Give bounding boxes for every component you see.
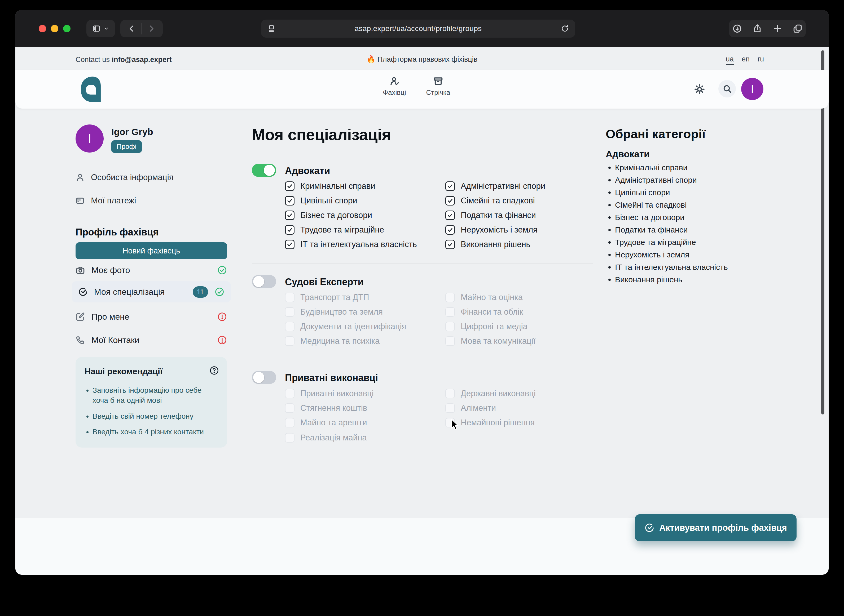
checkbox-checked[interactable] (446, 240, 455, 249)
checkbox-checked[interactable] (446, 211, 455, 220)
checkbox-unchecked[interactable] (285, 307, 294, 317)
toggle-advocates[interactable] (252, 164, 276, 177)
theme-toggle-sun-icon[interactable] (694, 84, 705, 95)
checkbox-row[interactable]: Медицина та психіка (285, 336, 379, 346)
checkbox-row[interactable]: Реалізація майна (285, 433, 367, 443)
checkbox-unchecked[interactable] (285, 433, 294, 443)
checkbox-row[interactable]: Майно та арешти (285, 418, 367, 427)
selected-category: Трудове та міграційне (615, 238, 728, 247)
checkbox-row[interactable]: Майно та оцінка (446, 293, 523, 302)
checkbox-row[interactable]: Будівництво та земля (285, 307, 383, 317)
checkbox-unchecked[interactable] (446, 403, 455, 413)
checkbox-unchecked[interactable] (446, 336, 455, 346)
checkbox-row[interactable]: Цифрові та медіа (446, 322, 528, 331)
checkbox-row[interactable]: Аліменти (446, 403, 496, 413)
profile-item-about[interactable]: Про мене (75, 309, 227, 324)
checkbox-row[interactable]: Цивільні спори (285, 196, 357, 205)
lang-ru[interactable]: ru (757, 55, 764, 65)
user-avatar[interactable]: I (741, 78, 763, 100)
pro-badge: Профі (111, 140, 142, 153)
toggle-private-executors[interactable] (252, 371, 276, 384)
checkbox-label: Немайнові рішення (461, 418, 535, 427)
checkbox-checked[interactable] (285, 225, 294, 235)
search-button[interactable] (718, 80, 736, 97)
checkbox-unchecked[interactable] (285, 418, 294, 427)
phone-icon (75, 335, 85, 345)
tab-overview-icon[interactable] (793, 24, 802, 33)
sidebar-avatar[interactable]: I (75, 125, 104, 153)
activate-profile-button[interactable]: Активувати профіль фахівця (635, 514, 797, 541)
profile-item-contacts[interactable]: Мої Контаки (75, 333, 227, 348)
nav-feed[interactable]: Стрічка (418, 76, 458, 97)
checkbox-row[interactable]: Фінанси та облік (446, 307, 523, 317)
checkbox-unchecked[interactable] (285, 389, 294, 398)
checkbox-row[interactable]: Нерухомість і земля (446, 225, 538, 235)
selected-category: ІТ та інтелектуальна власність (615, 263, 728, 272)
checkbox-unchecked[interactable] (285, 293, 294, 302)
sidebar-item-payments[interactable]: Мої платежі (75, 196, 227, 205)
checkbox-row[interactable]: Державні виконавці (446, 389, 536, 398)
sidebar-item-personal-info[interactable]: Особиста інформація (75, 173, 227, 182)
checkbox-unchecked[interactable] (285, 403, 294, 413)
recommendations-card: Наші рекомендації Заповніть інформацію п… (75, 357, 227, 447)
lang-ua[interactable]: ua (726, 55, 734, 65)
checkbox-unchecked[interactable] (446, 293, 455, 302)
checkbox-row[interactable]: Бізнес та договори (285, 211, 372, 220)
checkbox-label: Транспорт та ДТП (300, 293, 369, 302)
downloads-icon[interactable] (732, 24, 742, 33)
profile-item-label: Моє фото (91, 265, 211, 275)
checkbox-row[interactable]: Виконання рішень (446, 240, 531, 249)
checkbox-unchecked[interactable] (285, 336, 294, 346)
address-bar[interactable]: asap.expert/ua/account/profile/groups (261, 20, 575, 38)
new-tab-icon[interactable] (773, 24, 782, 33)
checkbox-row[interactable]: Приватні виконавці (285, 389, 374, 398)
minimize-window-button[interactable] (51, 25, 58, 32)
checkbox-checked[interactable] (285, 211, 294, 220)
share-icon[interactable] (753, 24, 762, 33)
profile-item-photo[interactable]: Моє фото (75, 263, 227, 277)
checkbox-row[interactable]: Адміністративні спори (446, 182, 545, 191)
toggle-knob (253, 372, 264, 383)
checkbox-checked[interactable] (446, 182, 455, 191)
sidebar-toggle-button[interactable] (87, 20, 115, 37)
help-icon[interactable] (209, 365, 219, 375)
checkbox-row[interactable]: ІТ та інтелектуальна власність (285, 240, 417, 249)
profile-item-specialization[interactable]: Моя спеціалізація 11 (72, 281, 231, 302)
toggle-knob (253, 276, 264, 287)
checkbox-row[interactable]: Документи та ідентифікація (285, 322, 406, 331)
checkbox-checked[interactable] (285, 240, 294, 249)
forward-button[interactable] (147, 24, 156, 33)
asap-logo[interactable] (80, 76, 101, 103)
checkbox-row[interactable]: Кримінальні справи (285, 182, 375, 191)
toggle-court-experts[interactable] (252, 275, 276, 288)
lang-en[interactable]: en (742, 55, 750, 65)
reload-icon[interactable] (561, 25, 569, 32)
checkbox-unchecked[interactable] (446, 322, 455, 331)
checkbox-unchecked[interactable] (446, 307, 455, 317)
check-circle-icon (78, 287, 88, 296)
nav-specialists[interactable]: Фахівці (375, 76, 414, 97)
contact-email[interactable]: info@asap.expert (112, 56, 172, 63)
checkbox-row[interactable]: Транспорт та ДТП (285, 293, 369, 302)
url-text[interactable]: asap.expert/ua/account/profile/groups (275, 24, 561, 33)
close-window-button[interactable] (39, 25, 46, 32)
checkbox-label: Приватні виконавці (300, 389, 374, 398)
checkbox-unchecked[interactable] (285, 322, 294, 331)
checkbox-row[interactable]: Податки та фінанси (446, 211, 536, 220)
checkbox-checked[interactable] (446, 196, 455, 205)
zoom-window-button[interactable] (63, 25, 71, 32)
reader-page-icon[interactable] (268, 25, 275, 32)
feed-box-icon (433, 76, 443, 87)
checkbox-checked[interactable] (446, 225, 455, 235)
checkbox-checked[interactable] (285, 196, 294, 205)
checkbox-row[interactable]: Трудове та міграційне (285, 225, 384, 235)
recommendations-title: Наші рекомендації (85, 367, 218, 376)
checkbox-row[interactable]: Стягнення коштів (285, 403, 367, 413)
checkbox-row[interactable]: Сімейні та спадкові (446, 196, 535, 205)
contact-label: Contact us (75, 56, 110, 63)
checkbox-unchecked[interactable] (446, 389, 455, 398)
checkbox-row[interactable]: Мова та комунікації (446, 336, 535, 346)
back-button[interactable] (128, 24, 137, 33)
checkbox-checked[interactable] (285, 182, 294, 191)
new-specialist-button[interactable]: Новий фахівець (75, 242, 227, 259)
